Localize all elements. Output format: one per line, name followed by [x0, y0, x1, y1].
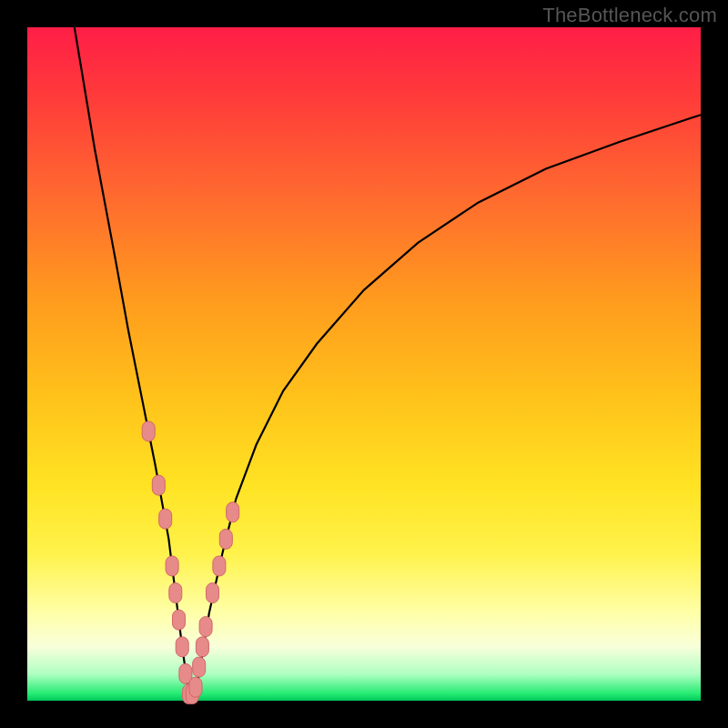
- marker-point: [196, 637, 208, 657]
- marker-point: [189, 677, 202, 697]
- bottleneck-curve: [75, 27, 701, 694]
- curve-layer: [27, 27, 701, 701]
- watermark-text: TheBottleneck.com: [542, 4, 717, 27]
- marker-point: [169, 583, 182, 603]
- marker-point: [207, 583, 219, 603]
- marker-point: [213, 556, 226, 576]
- marker-point: [152, 475, 165, 495]
- marker-point: [159, 509, 172, 529]
- marker-point: [199, 617, 212, 637]
- chart-frame: TheBottleneck.com: [0, 0, 728, 728]
- marker-point: [227, 502, 239, 522]
- marker-point: [173, 610, 186, 630]
- plot-area: [27, 27, 701, 701]
- marker-point: [142, 421, 155, 441]
- marker-group: [142, 421, 239, 704]
- marker-point: [166, 556, 178, 576]
- marker-point: [219, 529, 232, 549]
- marker-point: [176, 637, 188, 657]
- marker-point: [193, 657, 206, 677]
